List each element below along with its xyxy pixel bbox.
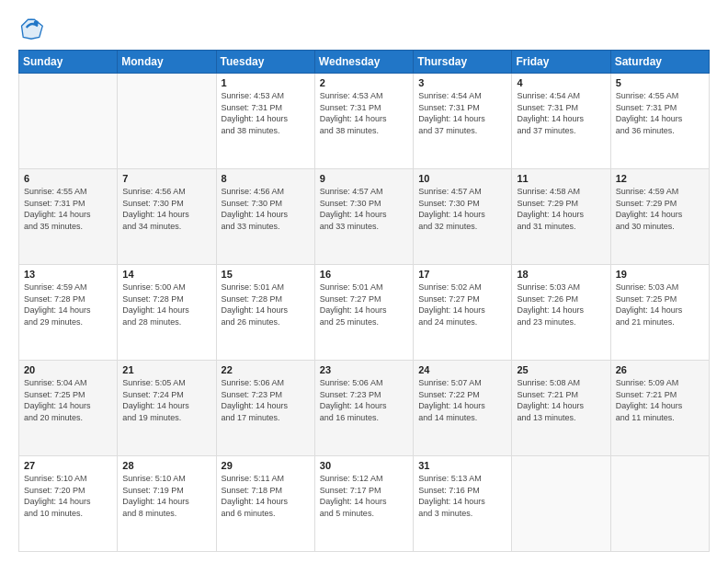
- day-cell: 2Sunrise: 4:53 AM Sunset: 7:31 PM Daylig…: [314, 74, 413, 169]
- day-cell: 20Sunrise: 5:04 AM Sunset: 7:25 PM Dayli…: [19, 361, 118, 456]
- day-number: 22: [222, 364, 310, 375]
- day-cell: 6Sunrise: 4:55 AM Sunset: 7:31 PM Daylig…: [19, 169, 118, 265]
- day-info: Sunrise: 5:06 AM Sunset: 7:23 PM Dayligh…: [222, 377, 310, 423]
- week-row-3: 13Sunrise: 4:59 AM Sunset: 7:28 PM Dayli…: [19, 265, 710, 361]
- day-number: 12: [616, 173, 704, 184]
- calendar-table: SundayMondayTuesdayWednesdayThursdayFrid…: [18, 50, 710, 552]
- day-number: 21: [122, 364, 210, 375]
- day-cell: 22Sunrise: 5:06 AM Sunset: 7:23 PM Dayli…: [216, 361, 314, 456]
- day-info: Sunrise: 5:06 AM Sunset: 7:23 PM Dayligh…: [320, 377, 408, 423]
- day-cell: 10Sunrise: 4:57 AM Sunset: 7:30 PM Dayli…: [414, 169, 512, 265]
- day-number: 4: [517, 77, 605, 88]
- day-cell: 19Sunrise: 5:03 AM Sunset: 7:25 PM Dayli…: [610, 265, 709, 361]
- day-info: Sunrise: 5:02 AM Sunset: 7:27 PM Dayligh…: [418, 282, 506, 327]
- day-info: Sunrise: 4:59 AM Sunset: 7:29 PM Dayligh…: [616, 186, 704, 232]
- day-number: 10: [418, 173, 506, 184]
- day-info: Sunrise: 4:55 AM Sunset: 7:31 PM Dayligh…: [24, 186, 112, 232]
- day-cell: 4Sunrise: 4:54 AM Sunset: 7:31 PM Daylig…: [512, 74, 610, 169]
- day-number: 28: [122, 460, 210, 471]
- day-cell: [118, 74, 216, 169]
- day-number: 6: [24, 173, 112, 184]
- day-cell: 14Sunrise: 5:00 AM Sunset: 7:28 PM Dayli…: [118, 265, 216, 361]
- day-number: 8: [222, 173, 310, 184]
- header: [18, 15, 710, 40]
- day-cell: 21Sunrise: 5:05 AM Sunset: 7:24 PM Dayli…: [118, 361, 216, 456]
- weekday-header-row: SundayMondayTuesdayWednesdayThursdayFrid…: [19, 51, 710, 74]
- day-info: Sunrise: 4:57 AM Sunset: 7:30 PM Dayligh…: [320, 186, 408, 232]
- day-number: 9: [320, 173, 408, 184]
- day-number: 18: [517, 269, 605, 280]
- day-info: Sunrise: 5:10 AM Sunset: 7:20 PM Dayligh…: [24, 473, 112, 519]
- day-info: Sunrise: 4:57 AM Sunset: 7:30 PM Dayligh…: [418, 186, 506, 232]
- weekday-header-monday: Monday: [118, 51, 216, 74]
- day-cell: 8Sunrise: 4:56 AM Sunset: 7:30 PM Daylig…: [216, 169, 314, 265]
- day-info: Sunrise: 4:56 AM Sunset: 7:30 PM Dayligh…: [222, 186, 310, 232]
- day-number: 30: [320, 460, 408, 471]
- day-number: 1: [222, 77, 310, 88]
- day-info: Sunrise: 5:05 AM Sunset: 7:24 PM Dayligh…: [122, 377, 210, 423]
- svg-point-2: [34, 20, 39, 25]
- day-info: Sunrise: 4:58 AM Sunset: 7:29 PM Dayligh…: [517, 186, 605, 232]
- day-cell: [610, 456, 709, 552]
- day-number: 7: [122, 173, 210, 184]
- day-info: Sunrise: 5:04 AM Sunset: 7:25 PM Dayligh…: [24, 377, 112, 423]
- day-info: Sunrise: 5:01 AM Sunset: 7:28 PM Dayligh…: [222, 282, 310, 327]
- day-cell: 9Sunrise: 4:57 AM Sunset: 7:30 PM Daylig…: [314, 169, 413, 265]
- logo-icon: [18, 15, 44, 40]
- day-number: 3: [418, 77, 506, 88]
- week-row-1: 1Sunrise: 4:53 AM Sunset: 7:31 PM Daylig…: [19, 74, 710, 169]
- day-info: Sunrise: 4:59 AM Sunset: 7:28 PM Dayligh…: [24, 282, 112, 327]
- day-info: Sunrise: 4:54 AM Sunset: 7:31 PM Dayligh…: [418, 90, 506, 136]
- day-info: Sunrise: 5:12 AM Sunset: 7:17 PM Dayligh…: [320, 473, 408, 519]
- week-row-5: 27Sunrise: 5:10 AM Sunset: 7:20 PM Dayli…: [19, 456, 710, 552]
- day-cell: 1Sunrise: 4:53 AM Sunset: 7:31 PM Daylig…: [216, 74, 314, 169]
- day-info: Sunrise: 5:00 AM Sunset: 7:28 PM Dayligh…: [122, 282, 210, 327]
- day-cell: 5Sunrise: 4:55 AM Sunset: 7:31 PM Daylig…: [610, 74, 709, 169]
- day-number: 13: [24, 269, 112, 280]
- calendar-header: SundayMondayTuesdayWednesdayThursdayFrid…: [19, 51, 710, 74]
- day-cell: [19, 74, 118, 169]
- weekday-header-sunday: Sunday: [19, 51, 118, 74]
- day-info: Sunrise: 5:01 AM Sunset: 7:27 PM Dayligh…: [320, 282, 408, 327]
- day-info: Sunrise: 4:53 AM Sunset: 7:31 PM Dayligh…: [320, 90, 408, 136]
- day-number: 31: [418, 460, 506, 471]
- calendar-body: 1Sunrise: 4:53 AM Sunset: 7:31 PM Daylig…: [19, 74, 710, 552]
- day-cell: 24Sunrise: 5:07 AM Sunset: 7:22 PM Dayli…: [414, 361, 512, 456]
- svg-marker-0: [22, 18, 41, 40]
- day-number: 19: [616, 269, 704, 280]
- day-cell: 30Sunrise: 5:12 AM Sunset: 7:17 PM Dayli…: [314, 456, 413, 552]
- day-number: 14: [122, 269, 210, 280]
- day-info: Sunrise: 5:13 AM Sunset: 7:16 PM Dayligh…: [418, 473, 506, 519]
- day-info: Sunrise: 5:09 AM Sunset: 7:21 PM Dayligh…: [616, 377, 704, 423]
- weekday-header-wednesday: Wednesday: [314, 51, 413, 74]
- day-info: Sunrise: 5:08 AM Sunset: 7:21 PM Dayligh…: [517, 377, 605, 423]
- day-number: 24: [418, 364, 506, 375]
- weekday-header-thursday: Thursday: [414, 51, 512, 74]
- day-cell: 28Sunrise: 5:10 AM Sunset: 7:19 PM Dayli…: [118, 456, 216, 552]
- day-number: 11: [517, 173, 605, 184]
- day-cell: 26Sunrise: 5:09 AM Sunset: 7:21 PM Dayli…: [610, 361, 709, 456]
- day-number: 16: [320, 269, 408, 280]
- weekday-header-tuesday: Tuesday: [216, 51, 314, 74]
- day-number: 26: [616, 364, 704, 375]
- day-info: Sunrise: 4:55 AM Sunset: 7:31 PM Dayligh…: [616, 90, 704, 136]
- day-info: Sunrise: 5:03 AM Sunset: 7:25 PM Dayligh…: [616, 282, 704, 327]
- day-number: 2: [320, 77, 408, 88]
- day-info: Sunrise: 5:07 AM Sunset: 7:22 PM Dayligh…: [418, 377, 506, 423]
- page: SundayMondayTuesdayWednesdayThursdayFrid…: [0, 0, 728, 563]
- day-info: Sunrise: 5:03 AM Sunset: 7:26 PM Dayligh…: [517, 282, 605, 327]
- day-info: Sunrise: 4:53 AM Sunset: 7:31 PM Dayligh…: [222, 90, 310, 136]
- day-cell: 31Sunrise: 5:13 AM Sunset: 7:16 PM Dayli…: [414, 456, 512, 552]
- day-cell: 15Sunrise: 5:01 AM Sunset: 7:28 PM Dayli…: [216, 265, 314, 361]
- weekday-header-saturday: Saturday: [610, 51, 709, 74]
- day-cell: 17Sunrise: 5:02 AM Sunset: 7:27 PM Dayli…: [414, 265, 512, 361]
- week-row-4: 20Sunrise: 5:04 AM Sunset: 7:25 PM Dayli…: [19, 361, 710, 456]
- day-number: 5: [616, 77, 704, 88]
- day-cell: 12Sunrise: 4:59 AM Sunset: 7:29 PM Dayli…: [610, 169, 709, 265]
- week-row-2: 6Sunrise: 4:55 AM Sunset: 7:31 PM Daylig…: [19, 169, 710, 265]
- day-info: Sunrise: 5:10 AM Sunset: 7:19 PM Dayligh…: [122, 473, 210, 519]
- day-number: 23: [320, 364, 408, 375]
- day-number: 17: [418, 269, 506, 280]
- logo: [18, 15, 48, 40]
- day-number: 29: [222, 460, 310, 471]
